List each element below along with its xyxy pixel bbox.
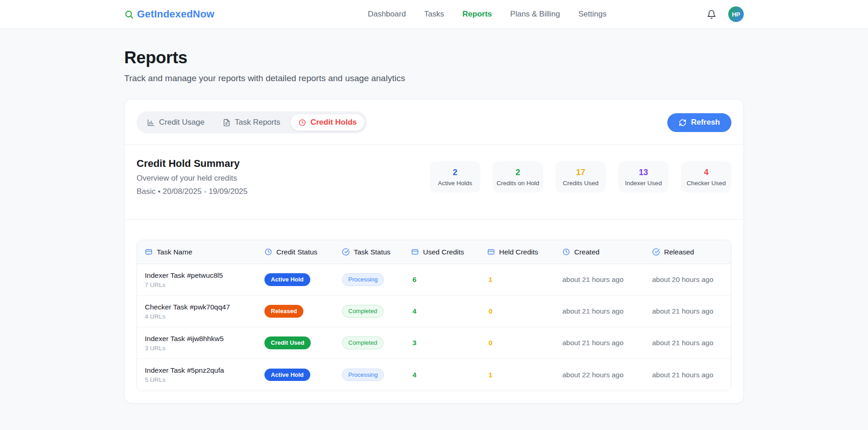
page-title: Reports xyxy=(124,48,744,67)
toolbar: Credit UsageTask ReportsCredit Holds Ref… xyxy=(137,111,731,133)
nav-item-reports[interactable]: Reports xyxy=(462,10,492,19)
task-status-cell: Completed xyxy=(342,336,411,349)
stat-label: Indexer Used xyxy=(621,180,666,187)
tab-label: Credit Holds xyxy=(310,118,357,127)
tab-task-reports[interactable]: Task Reports xyxy=(214,114,288,131)
stat-card-credits-used: 17Credits Used xyxy=(555,161,606,193)
credit-hold-summary: Credit Hold Summary Overview of your hel… xyxy=(137,145,731,208)
column-header-task-status: Task Status xyxy=(342,248,411,256)
held-credits-value: 0 xyxy=(487,339,562,347)
task-cell: Indexer Task #petwuc8l57 URLs xyxy=(137,271,264,288)
created-time: about 21 hours ago xyxy=(562,307,652,315)
check-circle-icon xyxy=(342,248,350,256)
credit-status-badge: Released xyxy=(264,305,303,318)
task-status-pill: Completed xyxy=(342,305,384,318)
nav-item-plans-billing[interactable]: Plans & Billing xyxy=(510,10,560,19)
task-url-count: 7 URLs xyxy=(145,281,264,288)
table-body: Indexer Task #petwuc8l57 URLsActive Hold… xyxy=(137,264,731,391)
column-label: Task Status xyxy=(354,248,390,256)
credit-holds-table: Task NameCredit StatusTask StatusUsed Cr… xyxy=(137,240,731,391)
stat-value: 4 xyxy=(684,168,729,177)
refresh-button[interactable]: Refresh xyxy=(667,113,731,132)
task-status-pill: Processing xyxy=(342,273,384,286)
table-row: Indexer Task #petwuc8l57 URLsActive Hold… xyxy=(137,264,731,296)
plan-period: Basic • 20/08/2025 - 19/09/2025 xyxy=(137,187,247,196)
released-time: about 21 hours ago xyxy=(652,371,731,379)
file-icon xyxy=(223,119,231,127)
summary-title: Credit Hold Summary xyxy=(137,158,247,170)
stat-card-indexer-used: 13Indexer Used xyxy=(618,161,669,193)
clock-icon xyxy=(562,248,570,256)
task-name: Indexer Task #ijw8hhkw5 xyxy=(145,335,264,343)
main-nav: DashboardTasksReportsPlans & BillingSett… xyxy=(313,10,606,19)
tab-credit-holds[interactable]: Credit Holds xyxy=(290,114,365,131)
created-time: about 21 hours ago xyxy=(562,339,652,347)
stat-card-checker-used: 4Checker Used xyxy=(681,161,731,193)
refresh-icon xyxy=(679,119,687,127)
task-name: Checker Task #pwk70qq47 xyxy=(145,303,264,311)
column-header-released: Released xyxy=(652,248,731,256)
used-credits-value: 4 xyxy=(411,371,487,379)
avatar[interactable]: HP xyxy=(728,6,744,22)
used-credits-value: 3 xyxy=(411,339,487,347)
table-header: Task NameCredit StatusTask StatusUsed Cr… xyxy=(137,240,731,264)
released-time: about 21 hours ago xyxy=(652,307,731,315)
clock-icon xyxy=(298,119,306,127)
task-status-pill: Completed xyxy=(342,336,384,349)
column-header-task-name: Task Name xyxy=(137,248,264,256)
task-cell: Indexer Task #ijw8hhkw53 URLs xyxy=(137,335,264,352)
used-credits-value: 4 xyxy=(411,307,487,315)
released-time: about 20 hours ago xyxy=(652,276,731,284)
summary-stats: 2Active Holds2Credits on Hold17Credits U… xyxy=(430,161,731,193)
stat-value: 2 xyxy=(495,168,540,177)
brand-name: GetIndexedNow xyxy=(137,8,214,20)
tab-credit-usage[interactable]: Credit Usage xyxy=(139,114,213,131)
stat-value: 17 xyxy=(558,168,603,177)
column-label: Used Credits xyxy=(423,248,464,256)
task-status-cell: Completed xyxy=(342,305,411,318)
task-status-pill: Processing xyxy=(342,369,384,381)
task-status-cell: Processing xyxy=(342,369,411,381)
nav-item-settings[interactable]: Settings xyxy=(578,10,606,19)
task-cell: Indexer Task #5pnz2qufa5 URLs xyxy=(137,366,264,383)
stat-card-active-holds: 2Active Holds xyxy=(430,161,480,193)
used-credits-value: 6 xyxy=(411,276,487,284)
refresh-label: Refresh xyxy=(691,118,720,127)
stat-label: Credits on Hold xyxy=(495,180,540,187)
nav-item-tasks[interactable]: Tasks xyxy=(424,10,444,19)
column-header-credit-status: Credit Status xyxy=(264,248,342,256)
card-icon xyxy=(487,248,495,256)
created-time: about 22 hours ago xyxy=(562,371,652,379)
column-label: Released xyxy=(664,248,694,256)
search-icon xyxy=(124,10,134,19)
stat-label: Active Holds xyxy=(433,180,478,187)
page-subtitle: Track and manage your reports with detai… xyxy=(124,73,744,83)
stat-value: 13 xyxy=(621,168,666,177)
top-navbar: GetIndexedNow DashboardTasksReportsPlans… xyxy=(0,0,868,29)
credit-status-badge: Credit Used xyxy=(264,336,311,349)
credit-status-badge: Active Hold xyxy=(264,273,310,286)
divider xyxy=(125,219,743,220)
brand-logo[interactable]: GetIndexedNow xyxy=(124,8,214,20)
tab-label: Task Reports xyxy=(235,118,280,127)
released-time: about 21 hours ago xyxy=(652,339,731,347)
nav-item-dashboard[interactable]: Dashboard xyxy=(368,10,406,19)
column-header-used-credits: Used Credits xyxy=(411,248,487,256)
column-label: Task Name xyxy=(157,248,192,256)
table-row: Indexer Task #ijw8hhkw53 URLsCredit Used… xyxy=(137,327,731,359)
notifications-button[interactable] xyxy=(705,8,718,21)
reports-card: Credit UsageTask ReportsCredit Holds Ref… xyxy=(124,99,744,403)
summary-text: Credit Hold Summary Overview of your hel… xyxy=(137,158,247,196)
task-name: Indexer Task #petwuc8l5 xyxy=(145,271,264,280)
column-label: Held Credits xyxy=(499,248,538,256)
task-status-cell: Processing xyxy=(342,273,411,286)
created-time: about 21 hours ago xyxy=(562,276,652,284)
task-cell: Checker Task #pwk70qq474 URLs xyxy=(137,303,264,320)
report-tabs: Credit UsageTask ReportsCredit Holds xyxy=(137,111,367,133)
summary-subtitle: Overview of your held credits xyxy=(137,174,247,183)
table-row: Indexer Task #5pnz2qufa5 URLsActive Hold… xyxy=(137,359,731,391)
card-icon xyxy=(145,248,153,256)
column-header-held-credits: Held Credits xyxy=(487,248,562,256)
card-icon xyxy=(411,248,419,256)
column-label: Credit Status xyxy=(276,248,318,256)
